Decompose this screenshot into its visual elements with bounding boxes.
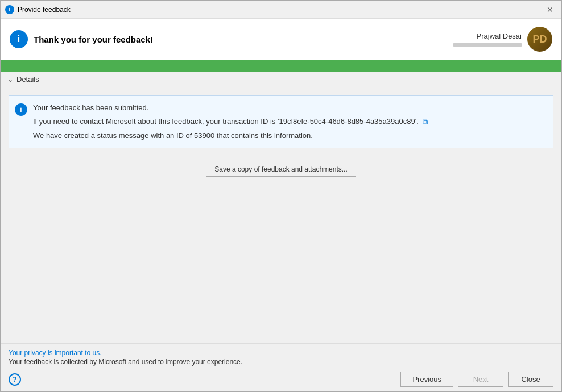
privacy-link[interactable]: Your privacy is important to us.: [9, 349, 102, 357]
user-info: Prajwal Desai: [453, 32, 522, 47]
main-content: [1, 177, 561, 343]
header-title: Thank you for your feedback!: [34, 35, 153, 44]
footer-text: Your feedback is collected by Microsoft …: [9, 358, 553, 366]
window-icon: i: [5, 5, 14, 14]
title-bar-left: i Provide feedback: [5, 5, 71, 14]
user-name: Prajwal Desai: [453, 32, 522, 40]
header-info-icon: i: [10, 30, 28, 48]
next-button[interactable]: Next: [458, 372, 503, 387]
save-copy-button[interactable]: Save a copy of feedback and attachments.…: [206, 162, 356, 177]
title-bar: i Provide feedback ✕: [1, 1, 561, 19]
header: i Thank you for your feedback! Prajwal D…: [1, 19, 561, 60]
header-right: Prajwal Desai PD: [453, 27, 552, 52]
copy-icon[interactable]: ⧉: [423, 117, 428, 127]
help-button[interactable]: ?: [9, 373, 21, 386]
info-box: i Your feedback has been submitted. If y…: [9, 95, 553, 148]
details-label: Details: [16, 75, 39, 84]
footer: Your privacy is important to us. Your fe…: [1, 343, 561, 391]
close-button[interactable]: Close: [508, 372, 553, 387]
window-close-button[interactable]: ✕: [543, 3, 557, 16]
save-button-row: Save a copy of feedback and attachments.…: [1, 162, 561, 177]
window-title: Provide feedback: [18, 6, 71, 14]
avatar: PD: [527, 27, 552, 52]
details-section: ⌄ Details: [1, 72, 561, 87]
info-icon: i: [15, 103, 27, 116]
info-line-1: Your feedback has been submitted.: [33, 103, 428, 113]
btn-group: Previous Next Close: [400, 372, 553, 387]
info-box-content: Your feedback has been submitted. If you…: [33, 103, 428, 141]
user-subtitle: [453, 43, 522, 47]
chevron-down-icon[interactable]: ⌄: [7, 76, 13, 84]
info-line-3: We have created a status message with an…: [33, 131, 428, 141]
window: i Provide feedback ✕ i Thank you for you…: [0, 0, 562, 392]
header-left: i Thank you for your feedback!: [10, 30, 153, 48]
previous-button[interactable]: Previous: [400, 372, 453, 387]
progress-bar: [1, 60, 561, 72]
footer-buttons: ? Previous Next Close: [9, 372, 553, 389]
info-line-2-text: If you need to contact Microsoft about t…: [33, 117, 419, 126]
info-line-2: If you need to contact Microsoft about t…: [33, 116, 428, 127]
